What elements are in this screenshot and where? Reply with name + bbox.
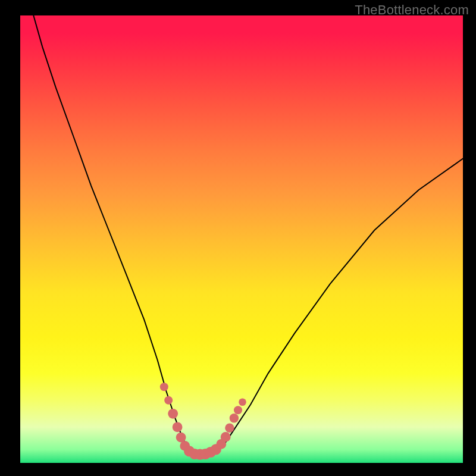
curve-marker: [160, 383, 168, 391]
bottleneck-curve-svg: [20, 15, 463, 463]
chart-frame: TheBottleneck.com: [0, 0, 476, 476]
curve-marker: [173, 422, 183, 432]
curve-markers: [160, 383, 246, 460]
curve-marker: [164, 396, 173, 405]
curve-marker: [221, 432, 231, 442]
curve-marker: [176, 433, 186, 443]
curve-marker: [230, 414, 239, 422]
chart-plot-area: [20, 15, 463, 463]
curve-marker: [234, 406, 242, 414]
curve-marker: [239, 398, 246, 406]
watermark-text: TheBottleneck.com: [355, 2, 469, 18]
curve-marker: [168, 409, 178, 419]
bottleneck-curve-path: [33, 15, 463, 454]
curve-marker: [225, 424, 234, 433]
